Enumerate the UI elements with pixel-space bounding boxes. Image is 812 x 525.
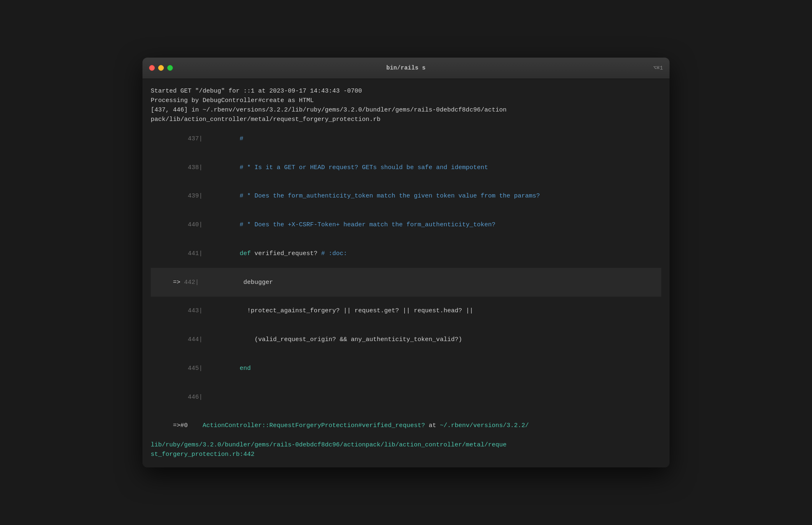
traffic-lights xyxy=(149,65,173,71)
code-line-442: => 442| debugger xyxy=(151,268,661,297)
code-line-445: 445| end xyxy=(151,354,661,383)
output-line-1: Started GET "/debug" for ::1 at 2023-09-… xyxy=(151,86,661,96)
line-number: 446| xyxy=(173,394,203,401)
line-number: 443| xyxy=(173,307,203,314)
line-number: 438| xyxy=(173,164,203,171)
terminal-window: bin/rails s ⌥⌘1 Started GET "/debug" for… xyxy=(142,58,670,468)
code-line-444: 444| (valid_request_origin? && any_authe… xyxy=(151,325,661,354)
output-line-3: [437, 446] in ~/.rbenv/versions/3.2.2/li… xyxy=(151,105,661,115)
line-number: 440| xyxy=(173,221,203,228)
code-line-437: 437| # xyxy=(151,125,661,153)
code-content: end xyxy=(203,365,251,372)
output-line-4: pack/lib/action_controller/metal/request… xyxy=(151,115,661,124)
stack-line-2: st_forgery_protection.rb:442 xyxy=(151,450,661,459)
minimize-button[interactable] xyxy=(158,65,164,71)
code-content: !protect_against_forgery? || request.get… xyxy=(203,307,473,314)
line-number: 442| xyxy=(184,279,199,286)
output-line-2: Processing by DebugController#create as … xyxy=(151,96,661,105)
line-number: 444| xyxy=(173,336,203,343)
code-line-446: 446| xyxy=(151,383,661,411)
stack-method: ActionController::RequestForgeryProtecti… xyxy=(203,422,425,429)
code-content: # * Does the form_authenticity_token mat… xyxy=(203,193,540,200)
code-content: def xyxy=(203,250,254,257)
titlebar: bin/rails s ⌥⌘1 xyxy=(142,58,670,79)
maximize-button[interactable] xyxy=(167,65,173,71)
line-number: 441| xyxy=(173,250,203,257)
line-number: 437| xyxy=(173,135,203,142)
stack-line-0: =>#0 ActionController::RequestForgeryPro… xyxy=(151,411,661,440)
line-number: 445| xyxy=(173,365,203,372)
stack-line-1: lib/ruby/gems/3.2.0/bundler/gems/rails-0… xyxy=(151,440,661,450)
code-line-440: 440| # * Does the +X-CSRF-Token+ header … xyxy=(151,211,661,239)
code-content-3: # :doc: xyxy=(321,250,347,257)
stack-path: ~/.rbenv/versions/3.2.2/ xyxy=(440,422,529,429)
code-content: debugger xyxy=(199,279,273,286)
code-content: # xyxy=(203,135,243,142)
window-shortcut: ⌥⌘1 xyxy=(653,65,663,71)
code-line-438: 438| # * Is it a GET or HEAD request? GE… xyxy=(151,153,661,182)
code-content: # * Is it a GET or HEAD request? GETs sh… xyxy=(203,164,488,171)
code-content: (valid_request_origin? && any_authentici… xyxy=(203,336,462,343)
arrow-indicator: => xyxy=(173,279,184,286)
code-line-439: 439| # * Does the form_authenticity_toke… xyxy=(151,182,661,211)
window-title: bin/rails s xyxy=(386,65,426,71)
code-content-2: verified_request? xyxy=(254,250,321,257)
code-line-443: 443| !protect_against_forgery? || reques… xyxy=(151,297,661,325)
terminal-content: Started GET "/debug" for ::1 at 2023-09-… xyxy=(142,79,670,468)
code-content: # * Does the +X-CSRF-Token+ header match… xyxy=(203,221,495,228)
stack-frame-indicator: =>#0 xyxy=(173,422,188,429)
line-number: 439| xyxy=(173,193,203,200)
code-line-441: 441| def verified_request? # :doc: xyxy=(151,239,661,268)
close-button[interactable] xyxy=(149,65,155,71)
